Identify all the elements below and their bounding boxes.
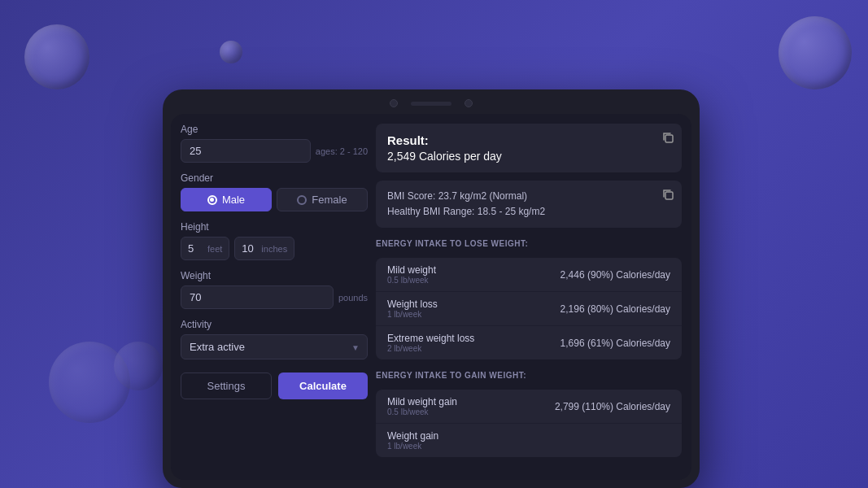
gain-section-label: ENERGY INTAKE TO GAIN WEIGHT: [376, 368, 682, 381]
gender-field-group: Gender Male Female [181, 172, 368, 211]
height-label: Height [181, 221, 368, 233]
weight-field-group: Weight pounds [181, 270, 368, 309]
gain-row-0-left: Mild weight gain 0.5 lb/week [387, 396, 457, 416]
table-row: Weight gain 1 lb/week [376, 424, 682, 457]
left-panel: Age ages: 2 - 120 Gender Male [181, 124, 368, 470]
lose-row-2-sub: 2 lb/week [387, 344, 474, 353]
copy-result-button[interactable] [662, 132, 674, 146]
height-row: 5 feet 10 inches [181, 237, 368, 260]
bubble-small [220, 41, 242, 63]
gain-row-1-sub: 1 lb/week [387, 442, 438, 451]
result-calories: 2,549 Calories per day [387, 150, 670, 163]
gender-label: Gender [181, 172, 368, 184]
svg-rect-1 [665, 192, 673, 199]
lose-row-1-name: Weight loss [387, 298, 438, 310]
buttons-row: Settings Calculate [181, 373, 368, 399]
table-row: Mild weight gain 0.5 lb/week 2,799 (110%… [376, 390, 682, 424]
bmi-card: BMI Score: 23.7 kg/m2 (Normal) Healthy B… [376, 181, 682, 228]
table-row: Mild weight 0.5 lb/week 2,446 (90%) Calo… [376, 258, 682, 292]
lose-row-1-sub: 1 lb/week [387, 310, 438, 319]
height-inches-wrap: 10 inches [234, 237, 294, 260]
weight-input-row: pounds [181, 285, 368, 309]
bubble-top-right [779, 16, 852, 89]
gain-weight-table: Mild weight gain 0.5 lb/week 2,799 (110%… [376, 390, 682, 457]
lose-row-0-name: Mild weight [387, 264, 436, 276]
weight-label: Weight [181, 270, 368, 281]
lose-row-2-name: Extreme weight loss [387, 333, 474, 344]
activity-select-wrap: Extra active Sedentary Lightly active Mo… [181, 334, 368, 359]
right-panel: Result: 2,549 Calories per day BMI Score… [376, 124, 682, 470]
gain-row-0-val: 2,799 (110%) Calories/day [555, 401, 670, 412]
height-inches-unit: inches [261, 244, 287, 254]
gender-male-label: Male [222, 194, 245, 206]
tablet-top-bar [390, 99, 473, 107]
activity-field-group: Activity Extra active Sedentary Lightly … [181, 319, 368, 359]
height-feet-wrap: 5 feet [181, 237, 229, 260]
radio-male-inner [210, 198, 214, 202]
tablet-camera-left [390, 99, 398, 107]
weight-unit: pounds [338, 293, 368, 303]
tablet-device: Age ages: 2 - 120 Gender Male [163, 89, 700, 488]
age-hint: ages: 2 - 120 [316, 146, 368, 156]
gender-female-button[interactable]: Female [277, 188, 368, 211]
lose-row-2-val: 1,696 (61%) Calories/day [560, 338, 670, 349]
bubble-bottom-left2 [114, 342, 163, 390]
activity-select[interactable]: Extra active Sedentary Lightly active Mo… [181, 334, 368, 359]
weight-input[interactable] [181, 285, 334, 309]
gain-row-0-name: Mild weight gain [387, 396, 457, 407]
result-title: Result: [387, 133, 429, 147]
gender-row: Male Female [181, 188, 368, 211]
radio-female-icon [297, 195, 307, 205]
lose-row-2-left: Extreme weight loss 2 lb/week [387, 333, 474, 353]
tablet-content: Age ages: 2 - 120 Gender Male [171, 114, 691, 480]
age-field-group: Age ages: 2 - 120 [181, 124, 368, 163]
lose-row-0-sub: 0.5 lb/week [387, 276, 436, 285]
age-input[interactable] [181, 139, 311, 163]
settings-button[interactable]: Settings [181, 373, 272, 399]
tablet-frame: Age ages: 2 - 120 Gender Male [163, 89, 700, 488]
radio-male-icon [207, 195, 217, 205]
lose-row-1-left: Weight loss 1 lb/week [387, 298, 438, 319]
lose-section-label: ENERGY INTAKE TO LOSE WEIGHT: [376, 236, 682, 250]
activity-label: Activity [181, 319, 368, 330]
gain-row-1-name: Weight gain [387, 430, 438, 442]
height-inches-value: 10 [242, 242, 258, 255]
height-field-group: Height 5 feet 10 inches [181, 221, 368, 260]
age-label: Age [181, 124, 368, 135]
lose-row-0-left: Mild weight 0.5 lb/week [387, 264, 436, 285]
calculate-button[interactable]: Calculate [278, 373, 368, 399]
svg-rect-0 [665, 135, 673, 142]
result-card: Result: 2,549 Calories per day [376, 124, 682, 172]
bmi-range: Healthy BMI Range: 18.5 - 25 kg/m2 [387, 204, 670, 220]
lose-row-0-val: 2,446 (90%) Calories/day [560, 269, 670, 281]
copy-bmi-icon [662, 189, 674, 200]
bmi-score: BMI Score: 23.7 kg/m2 (Normal) [387, 189, 670, 204]
bubble-top-left [24, 24, 89, 89]
lose-row-1-val: 2,196 (80%) Calories/day [560, 303, 670, 315]
height-feet-unit: feet [207, 244, 222, 254]
gender-male-button[interactable]: Male [181, 188, 272, 211]
copy-bmi-button[interactable] [662, 189, 674, 203]
copy-icon [662, 132, 674, 143]
gain-row-0-sub: 0.5 lb/week [387, 407, 457, 416]
gender-female-label: Female [312, 194, 347, 206]
tablet-speaker [411, 102, 451, 106]
age-input-row: ages: 2 - 120 [181, 139, 368, 163]
table-row: Weight loss 1 lb/week 2,196 (80%) Calori… [376, 292, 682, 326]
lose-weight-table: Mild weight 0.5 lb/week 2,446 (90%) Calo… [376, 258, 682, 359]
table-row: Extreme weight loss 2 lb/week 1,696 (61%… [376, 326, 682, 359]
gain-row-1-left: Weight gain 1 lb/week [387, 430, 438, 451]
tablet-camera-right [465, 99, 473, 107]
height-feet-value: 5 [188, 242, 204, 255]
